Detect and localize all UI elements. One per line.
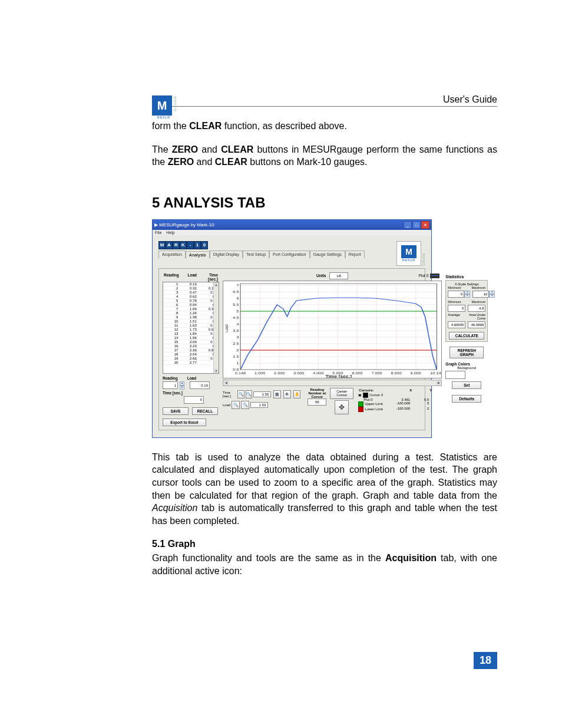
table-row[interactable]: 60.940.3 (163, 303, 219, 307)
scroll-up-icon[interactable]: ▲ (214, 282, 219, 287)
svg-text:2.5: 2.5 (233, 342, 239, 345)
center-cursor-button[interactable]: Center Cursor (330, 388, 353, 399)
tab-report[interactable]: Report (345, 251, 365, 258)
cursor-row[interactable]: Lower Limit-100.0002 (357, 407, 442, 412)
refresh-graph-button[interactable]: REFRESH GRAPH (449, 347, 484, 358)
table-row[interactable]: 91.380.45 (163, 315, 219, 319)
minimize-button[interactable]: _ (404, 221, 412, 229)
stat-area: 46.0869 (468, 321, 485, 328)
background-color-well[interactable] (445, 371, 465, 379)
plot-legend[interactable]: Plot 0 (419, 274, 440, 278)
brand-bar: M A R K - 1 0 (158, 241, 365, 249)
xscale-max-field[interactable]: 10 (472, 291, 489, 298)
cursor-icon[interactable]: ✥ (283, 390, 291, 398)
tab-analysis[interactable]: Analysis (186, 251, 210, 259)
calculate-button[interactable]: CALCULATE (449, 332, 484, 340)
zoom-x-icon[interactable]: 🔍 (237, 390, 244, 398)
cursor-row[interactable]: Upper Limit-100.0005 (357, 401, 442, 407)
svg-text:2: 2 (236, 348, 239, 352)
close-button[interactable]: ✕ (421, 221, 429, 229)
logo-sub: MESUR (152, 116, 176, 119)
table-row[interactable]: 10.190 (163, 282, 219, 286)
tab-bar: Acquisition Analysis Digital Display Tes… (158, 251, 365, 258)
table-row[interactable]: 20.320.131 (163, 286, 219, 291)
export-excel-button[interactable]: Export to Excel (163, 419, 206, 426)
tool-load-label: Load (223, 403, 230, 407)
tab-port-configuration[interactable]: Port Configuration (269, 251, 309, 258)
move-cursor-icon[interactable]: ✥ (335, 400, 349, 414)
zoom-x2-icon[interactable]: 🔍 (232, 401, 240, 409)
svg-text:3.000: 3.000 (293, 371, 305, 375)
svg-text:8.000: 8.000 (391, 371, 402, 375)
corner-logo: M MESUR (396, 241, 421, 266)
plot-swatch-icon (430, 274, 439, 278)
statistics-box: X-Scale Settings Minimum Maximum 0▲▼ 10▲… (445, 280, 488, 342)
table-row[interactable]: 81.240.4 (163, 311, 219, 315)
menu-help[interactable]: Help (166, 230, 174, 235)
table-scrollbar[interactable]: ▲ ▼ (213, 282, 219, 373)
xscale-min-field[interactable]: 0 (448, 291, 464, 298)
table-row[interactable]: 141.960.7 (163, 336, 219, 340)
paragraph-4: Graph functionality and tools are the sa… (152, 552, 497, 577)
svg-text:4: 4 (236, 322, 239, 326)
table-row[interactable]: 192.660.95 (163, 357, 219, 361)
menu-file[interactable]: File (155, 230, 161, 235)
table-row[interactable]: 50.780.25 (163, 299, 219, 303)
table-row[interactable]: 121.730.601 (163, 328, 219, 332)
tab-test-setup[interactable]: Test Setup (243, 251, 269, 258)
cursors-table[interactable]: Cursors: X Y ▣ Cursor 0Plot 03.4815.5Upp… (357, 388, 442, 412)
time-label: Time [sec.] (163, 391, 219, 395)
zoom-y-icon[interactable]: 🔍 (246, 390, 253, 398)
stat-maximum: 4.8 (468, 305, 485, 312)
chart-h-scrollbar[interactable]: ◀ ▶ (223, 380, 442, 386)
svg-text:7.000: 7.000 (371, 371, 382, 375)
hand-icon[interactable]: ✋ (293, 390, 301, 398)
table-row[interactable]: 131.840.65 (163, 332, 219, 336)
header-title: User's Guide (443, 94, 497, 105)
table-row[interactable]: 40.620.2 (163, 295, 219, 299)
tab-digital-display[interactable]: Digital Display (210, 251, 243, 258)
table-row[interactable]: 30.470.15 (163, 291, 219, 295)
reading-stepper[interactable]: ▲▼ (180, 381, 184, 390)
stat-average: 4.60905 (448, 321, 465, 328)
cursor-row[interactable]: ▣ Cursor 0 (357, 393, 442, 398)
tab-gauge-settings[interactable]: Gauge Settings (310, 251, 345, 258)
window-title: ▶ MESURgauge by Mark-10 (154, 222, 214, 228)
tool-time-value[interactable]: 1.55 (253, 391, 271, 397)
svg-text:5.5: 5.5 (233, 303, 239, 307)
set-button[interactable]: Set (452, 381, 481, 389)
screenshot: ▶ MESURgauge by Mark-10 _ □ ✕ File Help (152, 219, 432, 438)
defaults-button[interactable]: Defaults (452, 395, 481, 403)
svg-text:7: 7 (236, 284, 239, 287)
logo-side: GAUGE (173, 95, 177, 111)
table-header: Reading Load Time [sec.] (163, 272, 219, 282)
maximize-button[interactable]: □ (412, 221, 421, 229)
zoom-y2-icon[interactable]: 🔍 (241, 401, 249, 409)
titlebar[interactable]: ▶ MESURgauge by Mark-10 _ □ ✕ (153, 220, 431, 230)
tab-acquisition[interactable]: Acquisition (158, 251, 186, 258)
table-row[interactable]: 182.540.9 (163, 353, 219, 357)
table-row[interactable]: 162.230.8 (163, 344, 219, 348)
data-table[interactable]: ▲ ▼ 10.19020.320.13130.470.1540.620.250.… (163, 282, 219, 374)
table-row[interactable]: 101.510.5 (163, 319, 219, 324)
table-row[interactable]: 172.360.851 (163, 348, 219, 353)
reading-field[interactable]: 1 (163, 381, 178, 389)
scroll-right-icon[interactable]: ▶ (436, 380, 441, 386)
scroll-down-icon[interactable]: ▼ (214, 368, 219, 373)
chart[interactable]: 0.51 1.52 2.53 3.54 4.55 5.56 6.57 (223, 281, 442, 378)
recall-button[interactable]: RECALL (192, 407, 218, 415)
table-row[interactable]: 152.090.75 (163, 340, 219, 344)
subsection-title: 5.1 Graph (152, 539, 196, 549)
scroll-left-icon[interactable]: ◀ (223, 380, 229, 386)
save-button[interactable]: SAVE (163, 407, 189, 415)
xscale-min-stepper[interactable]: ▲▼ (464, 291, 470, 298)
svg-text:2.000: 2.000 (274, 371, 285, 375)
tool-load-value[interactable]: 1.53 (250, 402, 268, 408)
page-number: 18 (474, 652, 497, 669)
grid-icon[interactable]: ▦ (273, 390, 281, 398)
svg-text:3.5: 3.5 (233, 329, 239, 332)
table-row[interactable]: 111.630.55 (163, 324, 219, 328)
table-row[interactable]: 202.771 (163, 361, 219, 365)
xscale-max-stepper[interactable]: ▲▼ (489, 291, 495, 298)
table-row[interactable]: 71.090.351 (163, 307, 219, 311)
